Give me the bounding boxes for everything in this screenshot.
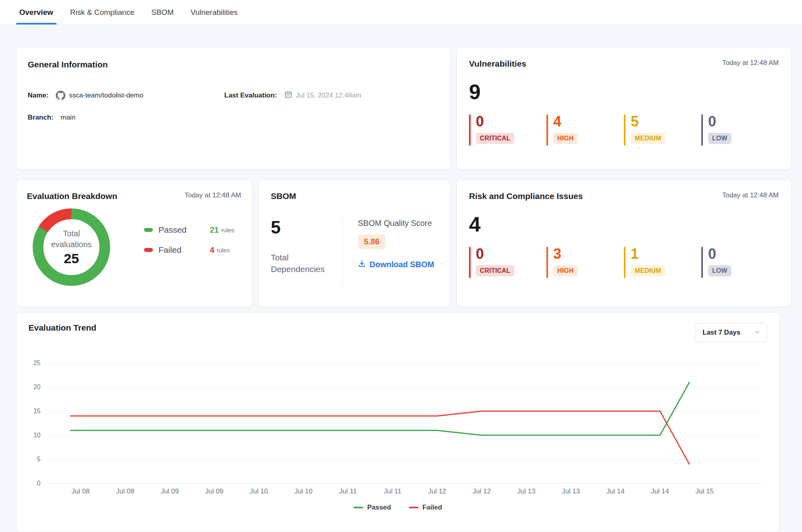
svg-text:Jul 14: Jul 14 (651, 487, 669, 495)
severity-count: 3 (553, 247, 578, 261)
evaluation-trend-chart: 0510152025Jul 08Jul 08Jul 09Jul 09Jul 10… (28, 355, 767, 500)
evaluations-donut-chart: Total evaluations 25 (32, 207, 111, 287)
severity-badge: MEDIUM (631, 133, 665, 144)
last-evaluation-value: Jul 15, 2024 12:48am (296, 91, 361, 99)
failed-count: 4 (210, 246, 214, 255)
tab-vulnerabilities[interactable]: Vulnerabilities (191, 0, 238, 24)
calendar-icon (284, 90, 292, 101)
failed-unit: rules (217, 247, 230, 254)
risk-compliance-title: Risk and Compliance Issues (469, 191, 583, 201)
evaluation-breakdown-title: Evaluation Breakdown (27, 191, 117, 201)
svg-text:Jul 10: Jul 10 (294, 487, 313, 495)
legend-item-failed: Failed 4 rules (144, 245, 234, 255)
svg-text:Jul 08: Jul 08 (116, 487, 134, 495)
severity-stat-medium: 1 MEDIUM (624, 247, 701, 278)
sbom-title: SBOM (271, 191, 438, 201)
svg-text:Jul 11: Jul 11 (339, 487, 357, 495)
date-range-dropdown[interactable]: Last 7 Days (696, 323, 767, 342)
svg-text:5: 5 (37, 456, 41, 463)
total-dependencies-value: 5 (271, 219, 342, 236)
svg-text:0: 0 (37, 480, 41, 487)
svg-text:Jul 12: Jul 12 (473, 487, 491, 495)
tab-overview[interactable]: Overview (19, 0, 53, 24)
name-label: Name: (28, 91, 49, 99)
risk-compliance-total: 4 (469, 214, 779, 235)
severity-count: 1 (631, 247, 665, 261)
svg-text:Jul 13: Jul 13 (562, 487, 580, 495)
total-dependencies-label: Total Dependencies (271, 252, 327, 275)
svg-text:25: 25 (33, 359, 41, 366)
severity-bar (469, 114, 471, 146)
severity-stat-critical: 0 CRITICAL (469, 247, 546, 278)
evaluation-breakdown-timestamp: Today at 12:48 AM (185, 191, 241, 199)
vulnerabilities-title: Vulnerabilities (469, 59, 526, 69)
severity-bar (624, 114, 625, 146)
svg-text:Jul 11: Jul 11 (384, 487, 401, 495)
github-icon (56, 91, 65, 100)
passed-count: 21 (210, 225, 219, 235)
repo-name-value: ssca-team/todolist-demo (69, 91, 143, 99)
vulnerabilities-card: Vulnerabilities Today at 12:48 AM 9 0 CR… (457, 47, 791, 170)
general-info-title: General Information (28, 60, 439, 69)
severity-count: 4 (553, 114, 578, 129)
risk-compliance-card: Risk and Compliance Issues Today at 12:4… (457, 180, 791, 307)
severity-bar (546, 114, 548, 146)
tab-risk-compliance[interactable]: Risk & Compliance (70, 0, 135, 24)
failed-label: Failed (158, 245, 210, 255)
severity-badge: CRITICAL (476, 133, 514, 144)
severity-bar (701, 114, 703, 146)
legend-item-passed: Passed 21 rules (144, 225, 234, 235)
severity-stat-low: 0 LOW (701, 114, 779, 146)
total-evaluations-value: 25 (64, 251, 79, 266)
svg-text:Jul 08: Jul 08 (71, 487, 89, 495)
evaluation-trend-title: Evaluation Trend (28, 323, 96, 333)
evaluation-breakdown-card: Evaluation Breakdown Today at 12:48 AM T… (16, 180, 252, 307)
severity-badge: MEDIUM (631, 265, 665, 276)
sbom-quality-score-value: 5.86 (358, 234, 386, 249)
chevron-down-icon (754, 329, 760, 337)
branch-label: Branch: (28, 114, 53, 122)
severity-stat-high: 4 HIGH (546, 114, 624, 146)
trend-legend: Passed Failed (28, 504, 767, 512)
sbom-quality-score-label: SBOM Quality Score (358, 219, 434, 228)
svg-text:15: 15 (33, 408, 41, 414)
failed-line-swatch-icon (409, 507, 418, 508)
tab-bar: Overview Risk & Compliance SBOM Vulnerab… (0, 0, 802, 25)
trend-legend-failed[interactable]: Failed (409, 504, 442, 512)
last-evaluation-label: Last Evaluation: (224, 91, 277, 99)
failed-swatch-icon (144, 248, 153, 252)
dashboard-page: Overview Risk & Compliance SBOM Vulnerab… (0, 0, 802, 532)
severity-bar (546, 247, 548, 278)
severity-bar (701, 247, 703, 278)
severity-bar (469, 247, 471, 278)
risk-compliance-timestamp: Today at 12:48 AM (722, 191, 779, 199)
svg-text:Jul 14: Jul 14 (606, 487, 624, 495)
passed-swatch-icon (144, 228, 153, 232)
svg-text:Jul 10: Jul 10 (250, 487, 268, 495)
severity-stat-low: 0 LOW (701, 247, 779, 278)
evaluation-trend-card: Evaluation Trend Last 7 Days 0510152025J… (16, 312, 780, 532)
severity-badge: HIGH (553, 133, 578, 144)
svg-text:Jul 15: Jul 15 (695, 487, 713, 495)
passed-label: Passed (158, 225, 210, 235)
severity-count: 0 (476, 247, 514, 261)
svg-text:Jul 13: Jul 13 (517, 487, 535, 495)
download-sbom-link[interactable]: Download SBOM (358, 260, 434, 270)
tab-sbom[interactable]: SBOM (151, 0, 174, 24)
svg-text:Jul 12: Jul 12 (428, 487, 446, 495)
passed-line-swatch-icon (353, 507, 363, 508)
severity-count: 5 (631, 114, 665, 129)
vulnerabilities-timestamp: Today at 12:48 AM (722, 59, 779, 67)
severity-stat-medium: 5 MEDIUM (624, 114, 701, 146)
main-content: General Information Name: ssca-team/todo… (0, 25, 802, 532)
severity-bar (624, 247, 625, 278)
svg-text:Jul 09: Jul 09 (205, 487, 223, 495)
severity-stat-critical: 0 CRITICAL (469, 114, 546, 146)
trend-legend-passed[interactable]: Passed (353, 504, 391, 512)
general-info-card: General Information Name: ssca-team/todo… (16, 47, 450, 170)
severity-count: 0 (476, 114, 514, 129)
severity-badge: LOW (708, 265, 731, 276)
branch-value: main (61, 114, 75, 122)
donut-center-label: Total (51, 228, 91, 239)
severity-count: 0 (708, 114, 731, 129)
